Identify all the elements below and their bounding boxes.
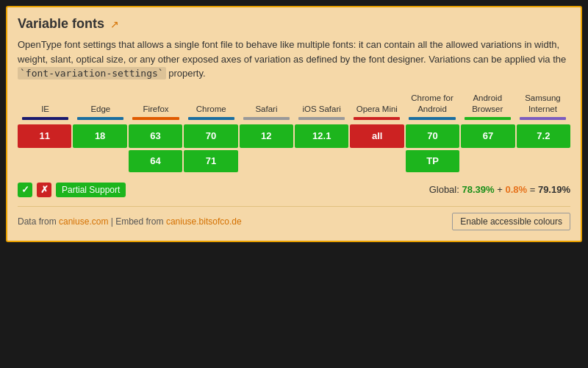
browser-col-chrome: Chrome (184, 91, 239, 123)
version-row: 11 18 63 70 12 12.1 all 70 67 7.2 (18, 124, 570, 148)
caniuse-link[interactable]: caniuse.com (59, 216, 108, 227)
global-green-pct: 78.39% (462, 184, 494, 195)
browser-col-ie: IE (18, 91, 73, 123)
browser-name-edge: Edge (74, 93, 126, 115)
browser-bar-samsung (520, 117, 566, 120)
version-samsung: 7.2 (517, 124, 570, 148)
browser-bar-android-browser (465, 117, 511, 120)
browser-name-samsung: SamsungInternet (517, 93, 569, 115)
global-orange-pct: 0.8% (505, 184, 527, 195)
title-row: Variable fonts ↗ (18, 16, 570, 32)
footer-text: Data from caniuse.com | Embed from caniu… (18, 216, 242, 227)
global-equals: = (530, 184, 536, 195)
version-android-browser: 67 (461, 124, 514, 148)
browser-bar-firefox (132, 117, 179, 120)
partial-support-badge: Partial Support (56, 183, 126, 197)
browser-name-chrome-android: Chrome forAndroid (406, 93, 458, 115)
browser-col-edge: Edge (73, 91, 128, 123)
not-supported-icon: ✗ (37, 183, 51, 197)
browser-bar-ios-safari (298, 117, 345, 120)
browser-bar-safari (243, 117, 290, 120)
browser-col-firefox: Firefox (128, 91, 183, 123)
legend-row: ✓ ✗ Partial Support Global: 78.39% + 0.8… (18, 183, 570, 197)
global-label: Global: (429, 184, 459, 195)
browser-bar-opera-mini (354, 117, 400, 120)
version-ios-safari: 12.1 (295, 124, 348, 148)
enable-accessible-colours-button[interactable]: Enable accessible colours (452, 213, 570, 230)
browser-col-ios-safari: iOS Safari (294, 91, 349, 123)
browser-name-safari: Safari (240, 93, 293, 115)
version-ie: 11 (18, 124, 71, 148)
browser-bar-chrome-android (409, 117, 455, 120)
extra-chrome-android: TP (406, 150, 459, 172)
version-chrome-android: 70 (406, 124, 459, 148)
browser-name-chrome: Chrome (185, 93, 237, 115)
external-link-icon[interactable]: ↗ (110, 18, 119, 30)
global-total: 79.19% (538, 184, 570, 195)
browser-name-android-browser: AndroidBrowser (462, 93, 514, 115)
supported-icon: ✓ (18, 183, 32, 197)
browser-name-ios-safari: iOS Safari (295, 93, 348, 115)
browser-name-ie: IE (19, 93, 71, 115)
browser-col-safari: Safari (239, 91, 294, 123)
browser-col-android-browser: AndroidBrowser (460, 91, 515, 123)
extra-version-row: - - 64 71 - - - TP - - (18, 150, 570, 172)
version-safari: 12 (240, 124, 293, 148)
description: OpenType font settings that allows a sin… (18, 38, 570, 81)
legend-left: ✓ ✗ Partial Support (18, 183, 126, 197)
page-title: Variable fonts (18, 16, 104, 32)
browser-col-opera-mini: Opera Mini (349, 91, 404, 123)
browser-bar-edge (77, 117, 123, 120)
version-opera-mini: all (350, 124, 404, 148)
extra-chrome: 71 (184, 150, 237, 172)
browser-name-opera-mini: Opera Mini (351, 93, 403, 115)
main-card: Variable fonts ↗ OpenType font settings … (6, 6, 582, 242)
global-stats: Global: 78.39% + 0.8% = 79.19% (429, 184, 570, 195)
embed-link[interactable]: caniuse.bitsofco.de (166, 216, 242, 227)
browser-bar-chrome (188, 117, 234, 120)
browser-col-samsung: SamsungInternet (515, 91, 570, 123)
version-chrome: 70 (184, 124, 237, 148)
footer: Data from caniuse.com | Embed from caniu… (18, 206, 570, 230)
browser-bar-ie (22, 117, 68, 120)
browser-col-chrome-android: Chrome forAndroid (404, 91, 459, 123)
browser-compatibility-table: IE Edge Firefox Chrome Safari (18, 91, 570, 172)
global-plus: + (497, 184, 503, 195)
extra-firefox: 64 (129, 150, 182, 172)
version-firefox: 63 (129, 124, 182, 148)
browser-headers-row: IE Edge Firefox Chrome Safari (18, 91, 570, 123)
browser-name-firefox: Firefox (129, 93, 182, 115)
version-edge: 18 (73, 124, 126, 148)
